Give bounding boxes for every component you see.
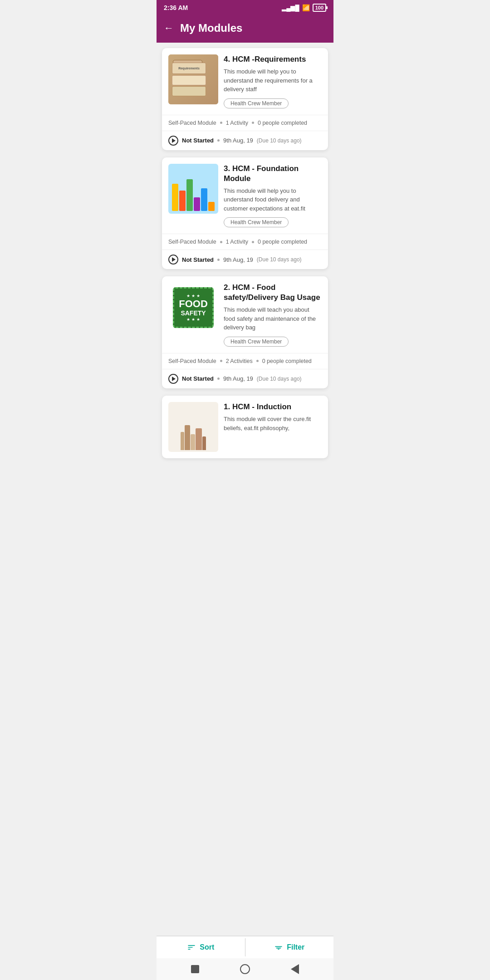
module-title-4: 4. HCM -Requirements [224, 54, 322, 64]
thumbnail-3 [168, 164, 218, 214]
module-desc-2: This module will teach you about food sa… [224, 305, 322, 332]
sort-icon [187, 943, 196, 952]
thumbnail-2: ★ ★ ★ FOOD SAFETY ★ ★ ★ [168, 283, 218, 333]
module-title-2: 2. HCM - Food safety/Delivery Bag Usage [224, 283, 322, 303]
play-triangle [172, 257, 176, 262]
action-bar: Sort Filter [157, 936, 333, 958]
module-status-3: Not Started [182, 256, 214, 263]
module-title-1: 1. HCM - Induction [224, 402, 322, 412]
card-status-2: Not Started 9th Aug, 19 (Due 10 days ago… [162, 369, 328, 388]
dot [220, 241, 222, 243]
home-nav-button[interactable] [189, 963, 201, 975]
status-time: 2:36 AM [164, 4, 188, 11]
module-type-2: Self-Paced Module [168, 358, 216, 364]
module-completed-3: 0 people completed [258, 239, 307, 245]
play-icon-4 [168, 136, 178, 146]
card-meta-4: Self-Paced Module 1 Activity 0 people co… [162, 115, 328, 131]
filter-label: Filter [287, 943, 304, 951]
play-triangle [172, 138, 176, 143]
card-status-4: Not Started 9th Aug, 19 (Due 10 days ago… [162, 131, 328, 150]
filter-button[interactable]: Filter [245, 936, 334, 958]
module-tag-4: Health Crew Member [224, 98, 289, 108]
square-icon [191, 965, 199, 973]
module-due-2: 9th Aug, 19 [223, 375, 253, 382]
card-body-2: ★ ★ ★ FOOD SAFETY ★ ★ ★ 2 [162, 276, 328, 353]
status-icons: ▂▄▆█ 📶 100 [282, 4, 326, 12]
status-dot [217, 139, 220, 142]
module-card-1[interactable]: 1. HCM - Induction This module will cove… [162, 396, 328, 458]
filter-icon [274, 943, 283, 952]
card-body-1: 1. HCM - Induction This module will cove… [162, 396, 328, 458]
dot [220, 122, 222, 124]
wifi-icon: 📶 [302, 4, 310, 11]
module-due-4: 9th Aug, 19 [223, 137, 253, 144]
module-overdue-3: (Due 10 days ago) [257, 256, 302, 263]
module-desc-4: This module will help you to understand … [224, 67, 322, 94]
module-desc-3: This module will help you to understand … [224, 186, 322, 213]
triangle-icon [291, 964, 299, 974]
signal-icon: ▂▄▆█ [282, 5, 299, 11]
module-tag-3: Health Crew Member [224, 217, 289, 227]
header: ← My Modules [157, 15, 333, 43]
module-activities-2: 2 Activities [226, 358, 253, 364]
back-button[interactable]: ← [164, 22, 174, 34]
card-info-3: 3. HCM - Foundation Module This module w… [224, 164, 322, 228]
module-card-4[interactable]: Requirements 4. HCM -Requirements This m… [162, 48, 328, 150]
dot [220, 360, 222, 362]
module-completed-4: 0 people completed [258, 120, 307, 126]
status-bar: 2:36 AM ▂▄▆█ 📶 100 [157, 0, 333, 15]
module-type-3: Self-Paced Module [168, 239, 216, 245]
dot [256, 360, 259, 362]
card-body-4: Requirements 4. HCM -Requirements This m… [162, 48, 328, 115]
modules-list: Requirements 4. HCM -Requirements This m… [157, 43, 333, 504]
play-triangle [172, 377, 176, 381]
triangle-nav-button[interactable] [289, 963, 301, 975]
play-icon-2 [168, 374, 178, 384]
thumbnail-1 [168, 402, 218, 452]
page-title: My Modules [180, 22, 242, 34]
module-title-3: 3. HCM - Foundation Module [224, 164, 322, 184]
card-info-1: 1. HCM - Induction This module will cove… [224, 402, 322, 437]
bottom-bar: Sort Filter [157, 936, 333, 980]
dot [252, 122, 254, 124]
status-dot [217, 377, 220, 380]
module-overdue-2: (Due 10 days ago) [257, 376, 302, 382]
module-activities-4: 1 Activity [226, 120, 248, 126]
nav-bar [157, 958, 333, 980]
sort-label: Sort [200, 943, 214, 951]
module-type-4: Self-Paced Module [168, 120, 216, 126]
card-status-3: Not Started 9th Aug, 19 (Due 10 days ago… [162, 250, 328, 269]
module-card-3[interactable]: 3. HCM - Foundation Module This module w… [162, 157, 328, 270]
card-info-2: 2. HCM - Food safety/Delivery Bag Usage … [224, 283, 322, 347]
module-completed-2: 0 people completed [262, 358, 312, 364]
battery-indicator: 100 [313, 4, 326, 12]
card-info-4: 4. HCM -Requirements This module will he… [224, 54, 322, 108]
card-meta-2: Self-Paced Module 2 Activities 0 people … [162, 353, 328, 369]
module-activities-3: 1 Activity [226, 239, 248, 245]
module-status-2: Not Started [182, 375, 214, 382]
card-meta-3: Self-Paced Module 1 Activity 0 people co… [162, 234, 328, 250]
module-tag-2: Health Crew Member [224, 337, 289, 347]
status-dot [217, 259, 220, 261]
module-status-4: Not Started [182, 137, 214, 144]
circle-icon [240, 964, 250, 974]
play-icon-3 [168, 255, 178, 265]
back-nav-button[interactable] [239, 963, 251, 975]
module-card-2[interactable]: ★ ★ ★ FOOD SAFETY ★ ★ ★ 2 [162, 276, 328, 388]
card-body-3: 3. HCM - Foundation Module This module w… [162, 157, 328, 234]
thumbnail-4: Requirements [168, 54, 218, 104]
dot [252, 241, 254, 243]
module-due-3: 9th Aug, 19 [223, 256, 253, 263]
sort-button[interactable]: Sort [157, 936, 245, 958]
module-desc-1: This module will cover the cure.fit beli… [224, 415, 322, 432]
module-overdue-4: (Due 10 days ago) [257, 137, 302, 144]
